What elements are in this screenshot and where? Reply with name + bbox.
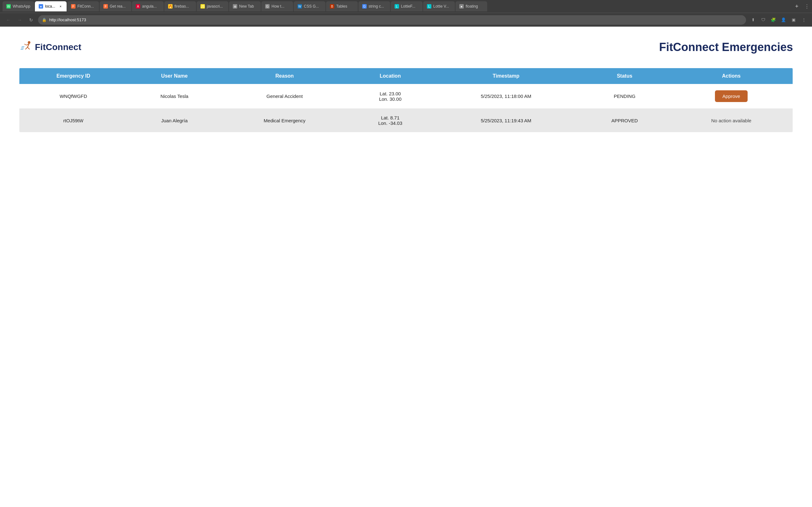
status-cell: PENDING (579, 84, 670, 109)
tab-label-lottie2: Lottie V... (433, 4, 451, 9)
address-bar[interactable]: 🔒 http://localhost:5173 (38, 15, 746, 25)
browser-tab-angular[interactable]: Aangula... (132, 1, 164, 11)
tab-favicon-string: G (362, 4, 367, 9)
browser-tab-getrea[interactable]: FGet rea... (100, 1, 131, 11)
page-header: FitConnect FitConnect Emergencies (19, 39, 793, 55)
tab-favicon-lottie1: L (395, 4, 399, 9)
tab-close-localhost[interactable]: × (58, 4, 63, 9)
table-header-emergency-id: Emergency ID (19, 68, 128, 84)
user-name-cell: Juan Alegría (128, 109, 222, 132)
tab-label-angular: angula... (142, 4, 160, 9)
tab-label-javascript: javascri... (207, 4, 224, 9)
actions-cell[interactable]: Approve (670, 84, 793, 109)
tab-label-string: string c... (368, 4, 386, 9)
table-header-location: Location (348, 68, 433, 84)
location-cell: Lat. 23.00Lon. 30.00 (348, 84, 433, 109)
browser-tab-lottie2[interactable]: LLottie V... (423, 1, 455, 11)
timestamp-cell: 5/25/2023, 11:18:00 AM (433, 84, 579, 109)
lock-icon: 🔒 (42, 18, 47, 22)
approve-button[interactable]: Approve (715, 90, 748, 102)
tab-favicon-newtab: ⊕ (233, 4, 237, 9)
browser-chrome: WWhatsApp●loca...×FFitConn...FGet rea...… (0, 0, 812, 26)
tab-favicon-getrea: F (103, 4, 108, 9)
page-title: FitConnect Emergencies (659, 41, 793, 54)
url-text: http://localhost:5173 (49, 17, 742, 22)
emergencies-table: Emergency IDUser NameReasonLocationTimes… (19, 68, 793, 132)
tab-label-fitconn: FitConn... (78, 4, 95, 9)
back-button[interactable]: ← (4, 15, 13, 24)
tab-label-newtab: New Tab (239, 4, 257, 9)
browser-tab-localhost[interactable]: ●loca...× (35, 1, 67, 11)
tab-favicon-howto: G (265, 4, 270, 9)
table-header-status: Status (579, 68, 670, 84)
no-action-text: No action available (711, 118, 751, 123)
browser-tab-javascript[interactable]: JSjavascri... (197, 1, 229, 11)
table-body: WNQfWGFDNicolas TeslaGeneral AccidentLat… (19, 84, 793, 132)
browser-tab-floating[interactable]: ●floating (455, 1, 487, 11)
svg-line-3 (28, 47, 30, 49)
tab-label-localhost: loca... (45, 4, 56, 9)
tab-label-lottie1: LottieF... (401, 4, 419, 9)
tab-label-floating: floating (466, 4, 484, 9)
page-content: FitConnect FitConnect Emergencies Emerge… (0, 26, 812, 145)
browser-tab-whatsapp[interactable]: WWhatsApp (3, 1, 34, 11)
browser-tab-howto[interactable]: GHow t... (261, 1, 293, 11)
timestamp-cell: 5/25/2023, 11:19:43 AM (433, 109, 579, 132)
tab-label-cssg: CSS G... (304, 4, 322, 9)
table-row: WNQfWGFDNicolas TeslaGeneral AccidentLat… (19, 84, 793, 109)
tab-favicon-firebase: 🔥 (168, 4, 172, 9)
tab-favicon-fitconn: F (71, 4, 75, 9)
tab-favicon-javascript: JS (200, 4, 205, 9)
tab-label-howto: How t... (271, 4, 289, 9)
extensions-button[interactable]: 🧩 (769, 15, 778, 24)
svg-point-0 (28, 41, 31, 44)
table-header-reason: Reason (221, 68, 348, 84)
reload-button[interactable]: ↻ (27, 15, 36, 24)
tab-favicon-localhost: ● (39, 4, 43, 9)
tab-list-button[interactable]: ⋮ (804, 3, 809, 9)
logo-container: FitConnect (19, 39, 81, 55)
table-header-user-name: User Name (128, 68, 222, 84)
tab-label-tables: Tables (336, 4, 354, 9)
tab-favicon-cssg: W (298, 4, 302, 9)
sidebar-button[interactable]: ▣ (789, 15, 798, 24)
table-row: rtOJ59tWJuan AlegríaMedical EmergencyLat… (19, 109, 793, 132)
nav-actions: ⬆ 🛡 🧩 👤 ▣ ⋮ (749, 15, 808, 24)
tab-favicon-whatsapp: W (6, 4, 11, 9)
new-tab-button[interactable]: + (792, 2, 801, 11)
tab-bar: WWhatsApp●loca...×FFitConn...FGet rea...… (0, 0, 812, 13)
location-cell: Lat. 8.71Lon. -34.03 (348, 109, 433, 132)
browser-tab-tables[interactable]: BTables (326, 1, 358, 11)
actions-cell: No action available (670, 109, 793, 132)
browser-tab-fitconn[interactable]: FFitConn... (67, 1, 99, 11)
tab-label-whatsapp: WhatsApp (13, 4, 31, 9)
menu-button[interactable]: ⋮ (799, 15, 808, 24)
tab-favicon-angular: A (136, 4, 140, 9)
forward-button[interactable]: → (15, 15, 24, 24)
logo-text: FitConnect (35, 42, 81, 52)
reason-cell: Medical Emergency (221, 109, 348, 132)
browser-tab-newtab[interactable]: ⊕New Tab (229, 1, 261, 11)
table-header-actions: Actions (670, 68, 793, 84)
tab-favicon-lottie2: L (427, 4, 432, 9)
reason-cell: General Accident (221, 84, 348, 109)
browser-tab-lottie1[interactable]: LLottieF... (391, 1, 422, 11)
tab-favicon-floating: ● (459, 4, 464, 9)
table-header: Emergency IDUser NameReasonLocationTimes… (19, 68, 793, 84)
shield-button[interactable]: 🛡 (759, 15, 768, 24)
browser-tab-cssg[interactable]: WCSS G... (294, 1, 325, 11)
table-header-timestamp: Timestamp (433, 68, 579, 84)
tab-label-firebase: firebas... (174, 4, 192, 9)
status-cell: APPROVED (579, 109, 670, 132)
browser-tab-string[interactable]: Gstring c... (358, 1, 390, 11)
profile-button[interactable]: 👤 (779, 15, 788, 24)
browser-tab-firebase[interactable]: 🔥firebas... (164, 1, 196, 11)
tab-label-getrea: Get rea... (110, 4, 128, 9)
svg-line-2 (26, 47, 28, 49)
navigation-bar: ← → ↻ 🔒 http://localhost:5173 ⬆ 🛡 🧩 👤 ▣ … (0, 13, 812, 26)
logo-icon (19, 39, 35, 55)
tab-favicon-tables: B (330, 4, 334, 9)
emergency-id-cell: WNQfWGFD (19, 84, 128, 109)
user-name-cell: Nicolas Tesla (128, 84, 222, 109)
share-button[interactable]: ⬆ (749, 15, 757, 24)
